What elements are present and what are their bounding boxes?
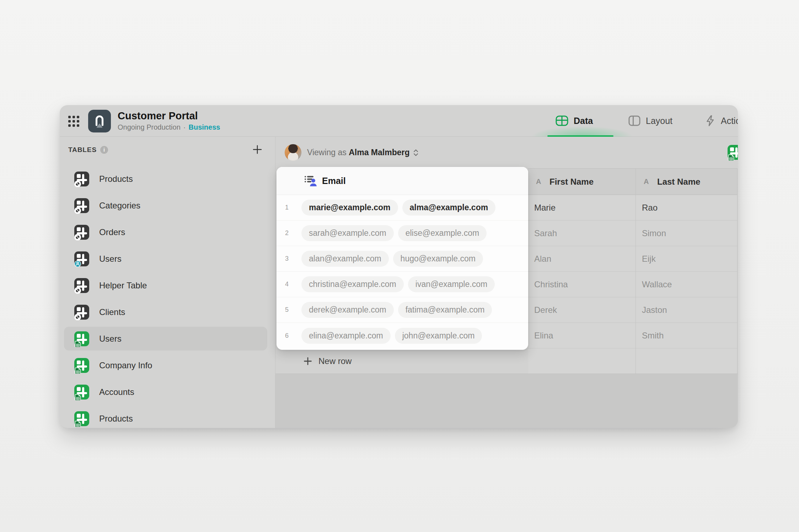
row-number: 3	[285, 255, 301, 262]
sidebar-item-products[interactable]: Products	[60, 165, 275, 192]
cell-first-name[interactable]: Christina	[528, 272, 636, 297]
empty-new-row-cell[interactable]	[636, 348, 737, 374]
cell-first-name[interactable]: Elina	[528, 323, 636, 348]
sidebar-item-users-selected[interactable]: Users	[60, 325, 275, 352]
viewing-as-prefix: Viewing as	[307, 148, 347, 157]
info-icon[interactable]: i	[100, 146, 108, 154]
email-pill[interactable]: marie@example.com	[301, 200, 398, 216]
glide-table-icon	[74, 277, 90, 294]
email-pill[interactable]: john@example.com	[395, 328, 482, 344]
email-pill[interactable]: alan@example.com	[301, 251, 389, 267]
tab-actions-label: Actions	[721, 116, 738, 126]
email-pill[interactable]: elise@example.com	[398, 225, 487, 241]
cell-last-name[interactable]: Simon	[636, 221, 737, 246]
cell-first-name[interactable]: Sarah	[528, 221, 636, 246]
data-grid-icon	[556, 115, 568, 126]
row-number: 4	[285, 281, 301, 288]
email-list-icon	[304, 174, 318, 187]
viewing-as-bar[interactable]: Viewing as Alma Malmberg	[275, 137, 738, 168]
table-row[interactable]: 1 marie@example.com alma@example.com	[277, 195, 528, 221]
chevron-up-down-icon[interactable]	[413, 149, 419, 157]
email-pill[interactable]: ivan@example.com	[408, 276, 495, 292]
app-builder-window: Customer Portal Ongoing Production · Bus…	[60, 105, 738, 428]
cell-last-name[interactable]: Smith	[636, 323, 737, 348]
apps-grid-icon[interactable]	[68, 116, 79, 126]
email-pill[interactable]: alma@example.com	[402, 200, 496, 216]
email-pill[interactable]: hugo@example.com	[393, 251, 483, 267]
table-row[interactable]: 4 christina@example.com ivan@example.com	[277, 272, 528, 297]
cell-first-name[interactable]: Marie	[528, 195, 636, 221]
first-name-column-header[interactable]: A First Name	[528, 168, 636, 195]
column-last-name: A Last Name Rao Simon Eijk Wallace Jasto…	[636, 168, 738, 374]
layout-icon	[628, 115, 640, 126]
data-editor-main: Viewing as Alma Malmberg A First Name Ma…	[275, 137, 738, 428]
sidebar-item-products-2[interactable]: Products	[60, 405, 275, 428]
header-bar: Customer Portal Ongoing Production · Bus…	[60, 105, 738, 137]
tab-data-label: Data	[574, 116, 593, 126]
tables-heading: TABLES	[68, 146, 97, 154]
sidebar-item-accounts[interactable]: Accounts	[60, 379, 275, 405]
desktop-background: Customer Portal Ongoing Production · Bus…	[0, 0, 799, 532]
email-column-card: Email 1 marie@example.com alma@example.c…	[277, 167, 528, 350]
sidebar-item-helper-table[interactable]: Helper Table	[60, 272, 275, 299]
avatar[interactable]	[285, 144, 301, 161]
app-title: Customer Portal	[118, 110, 220, 122]
text-type-icon: A	[536, 178, 544, 186]
selected-item-background	[64, 327, 267, 351]
viewing-as-text: Viewing as Alma Malmberg	[307, 148, 409, 157]
email-pill[interactable]: fatima@example.com	[398, 302, 492, 318]
add-table-button[interactable]	[250, 142, 264, 157]
subtitle-separator: ·	[183, 123, 186, 131]
row-number: 6	[285, 332, 301, 340]
tab-layout[interactable]: Layout	[628, 105, 672, 136]
sidebar-item-categories[interactable]: Categories	[60, 192, 275, 219]
tab-actions[interactable]: Actions	[705, 105, 738, 136]
table-row[interactable]: 6 elina@example.com john@example.com	[277, 323, 528, 348]
table-row[interactable]: 3 alan@example.com hugo@example.com	[277, 246, 528, 272]
sidebar-item-users[interactable]: Users	[60, 245, 275, 272]
glide-table-icon	[74, 171, 90, 187]
glide-table-icon	[74, 197, 90, 214]
sheets-source-peek-icon[interactable]	[727, 144, 738, 161]
sidebar-item-company-info[interactable]: Company Info	[60, 352, 275, 379]
last-name-column-header[interactable]: A Last Name	[636, 168, 737, 195]
table-row[interactable]: 5 derek@example.com fatima@example.com	[277, 297, 528, 323]
cell-last-name[interactable]: Rao	[636, 195, 737, 221]
lightning-icon	[705, 115, 715, 127]
sidebar-item-clients[interactable]: Clients	[60, 299, 275, 325]
viewing-as-user: Alma Malmberg	[349, 148, 409, 157]
plus-icon	[252, 145, 262, 154]
email-pill[interactable]: derek@example.com	[301, 302, 394, 318]
sheets-table-icon	[74, 357, 90, 374]
row-number: 1	[285, 204, 301, 211]
tab-data[interactable]: Data	[556, 105, 593, 136]
cell-first-name[interactable]: Alan	[528, 246, 636, 272]
email-column-header[interactable]: Email	[277, 167, 528, 195]
plus-icon	[303, 357, 312, 366]
cell-first-name[interactable]: Derek	[528, 297, 636, 323]
cell-last-name[interactable]: Jaston	[636, 297, 737, 323]
users-table-icon	[74, 251, 90, 267]
email-pill[interactable]: elina@example.com	[301, 328, 391, 344]
sidebar-item-orders[interactable]: Orders	[60, 219, 275, 245]
email-pill[interactable]: christina@example.com	[301, 276, 404, 292]
sheets-table-icon	[74, 331, 90, 347]
row-number: 5	[285, 306, 301, 314]
glide-table-icon	[74, 304, 90, 320]
table-row[interactable]: 2 sarah@example.com elise@example.com	[277, 221, 528, 246]
text-type-icon: A	[644, 178, 651, 186]
app-environment: Ongoing Production	[118, 123, 181, 131]
plan-badge[interactable]: Business	[188, 123, 220, 131]
tab-layout-label: Layout	[646, 116, 672, 126]
empty-new-row-cell[interactable]	[528, 348, 636, 374]
column-first-name: A First Name Marie Sarah Alan Christina …	[528, 168, 636, 374]
row-number: 2	[285, 229, 301, 237]
cell-last-name[interactable]: Eijk	[636, 246, 737, 272]
cell-last-name[interactable]: Wallace	[636, 272, 737, 297]
table-area-background	[275, 374, 738, 428]
sheets-table-icon	[74, 411, 90, 427]
email-pill[interactable]: sarah@example.com	[301, 225, 394, 241]
tables-sidebar: TABLES i Products Categories Orders	[60, 137, 275, 428]
app-rocket-icon[interactable]	[88, 110, 111, 132]
new-row-button[interactable]: New row	[277, 348, 528, 374]
